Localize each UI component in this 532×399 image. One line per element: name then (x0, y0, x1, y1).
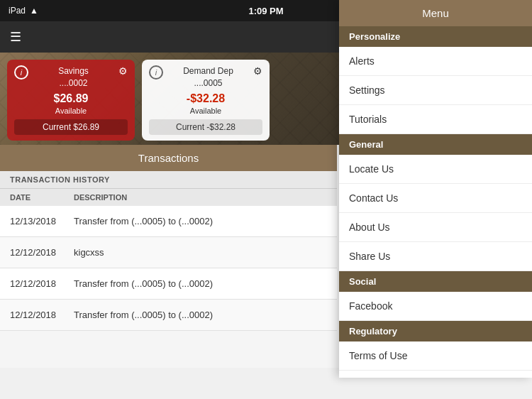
demand-info-button[interactable]: i (149, 65, 163, 80)
status-time: 1:09 PM (248, 6, 283, 16)
tx-desc-2: Transfer from (...0005) to (...0002) (74, 278, 327, 289)
tx-desc-0: Transfer from (...0005) to (...0002) (74, 216, 327, 226)
menu-title: Menu (339, 0, 532, 26)
hamburger-icon[interactable]: ☰ (10, 29, 21, 45)
menu-item-share-us[interactable]: Share Us (339, 242, 532, 271)
demand-amount: -$32.28 (149, 92, 262, 105)
tx-desc-3: Transfer from (...0005) to (...0002) (74, 310, 327, 320)
savings-amount: $26.89 (14, 92, 128, 105)
menu-item-alerts[interactable]: Alerts (339, 47, 532, 76)
tx-date-1: 12/12/2018 (10, 247, 74, 258)
section-regulatory: Regulatory (339, 321, 532, 341)
savings-footer[interactable]: Current $26.89 (14, 119, 128, 135)
status-left: iPad ▲ (9, 6, 38, 16)
tx-date-3: 12/12/2018 (10, 310, 74, 320)
savings-card-settings[interactable]: ⚙ (118, 65, 128, 77)
section-social: Social (339, 271, 532, 292)
menu-item-about-us[interactable]: About Us (339, 213, 532, 242)
savings-card-number: ....0002 (28, 77, 118, 89)
menu-item-contact-us[interactable]: Contact Us (339, 184, 532, 213)
menu-item-settings[interactable]: Settings (339, 76, 532, 105)
tx-columns: DATE DESCRIPTION (0, 188, 337, 206)
menu-item-privacy-policy[interactable]: Privacy Policy (339, 371, 532, 378)
description-column-header: DESCRIPTION (74, 193, 327, 202)
menu-panel: Menu Personalize Alerts Settings Tutoria… (339, 0, 532, 378)
history-label: TRANSACTION HISTORY (0, 171, 337, 188)
left-panel: i Savings ....0002 ⚙ $26.89 Available Cu… (0, 53, 339, 368)
savings-available: Available (14, 106, 128, 115)
hero-area: i Savings ....0002 ⚙ $26.89 Available Cu… (0, 53, 339, 145)
account-cards: i Savings ....0002 ⚙ $26.89 Available Cu… (7, 60, 270, 141)
menu-item-facebook[interactable]: Facebook (339, 292, 532, 321)
table-row: 12/13/2018 Transfer from (...0005) to (.… (0, 206, 337, 237)
savings-info-button[interactable]: i (14, 65, 28, 80)
savings-card: i Savings ....0002 ⚙ $26.89 Available Cu… (7, 60, 135, 141)
table-row: 12/12/2018 Transfer from (...0005) to (.… (0, 268, 337, 300)
menu-item-tutorials[interactable]: Tutorials (339, 105, 532, 134)
demand-card-settings[interactable]: ⚙ (253, 65, 262, 77)
table-row: 12/12/2018 Transfer from (...0005) to (.… (0, 300, 337, 331)
menu-item-terms-of-use[interactable]: Terms of Use (339, 341, 532, 371)
transactions-header: Transactions (0, 145, 337, 171)
tx-date-0: 12/13/2018 (10, 216, 74, 226)
menu-item-locate-us[interactable]: Locate Us (339, 155, 532, 184)
transactions-title: Transactions (138, 152, 199, 164)
table-row: 12/12/2018 kigcxss (0, 237, 337, 268)
wifi-icon: ▲ (30, 6, 38, 16)
demand-dep-card: i Demand Dep ....0005 ⚙ -$32.28 Availabl… (142, 60, 270, 141)
demand-footer[interactable]: Current -$32.28 (149, 119, 262, 135)
tx-desc-1: kigcxss (74, 247, 327, 258)
carrier-label: iPad (9, 6, 26, 16)
transaction-list: 12/13/2018 Transfer from (...0005) to (.… (0, 206, 337, 331)
savings-card-name: Savings (28, 65, 118, 77)
date-column-header: DATE (10, 193, 74, 202)
section-general: General (339, 134, 532, 155)
section-personalize: Personalize (339, 26, 532, 47)
demand-available: Available (149, 106, 262, 115)
demand-card-number: ....0005 (163, 77, 253, 89)
tx-date-2: 12/12/2018 (10, 278, 74, 289)
demand-card-name: Demand Dep (163, 65, 253, 77)
